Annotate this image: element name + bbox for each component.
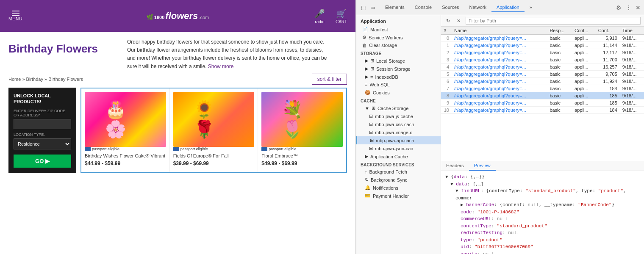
app-cache-icon: ▶ — [365, 154, 368, 159]
more-options-icon[interactable]: ⋮ — [626, 4, 632, 11]
table-row[interactable]: 0 /r/api/aggregator/graphql?query=... ba… — [441, 35, 644, 42]
cell-resp: basic — [547, 85, 572, 92]
cell-num: 5 — [441, 71, 452, 78]
tab-more[interactable]: » — [525, 3, 537, 12]
menu-icon — [12, 11, 19, 16]
clear-button[interactable]: ✕ — [455, 17, 462, 25]
network-toolbar: ↻ ✕ — [441, 15, 644, 27]
cell-time: 9/18/... — [620, 64, 644, 71]
product-card-3: passport eligible Floral Embrace™ $49.99… — [258, 88, 346, 172]
tab-application[interactable]: Application — [491, 3, 525, 12]
sidebar-item-notifications[interactable]: 🔔 Notifications — [356, 184, 441, 192]
sidebar-item-indexed-db[interactable]: ▶ ≡ IndexedDB — [356, 73, 441, 81]
location-label: LOCATION TYPE: — [14, 133, 71, 137]
tab-sources[interactable]: Sources — [437, 3, 464, 12]
sidebar-item-mbp-css[interactable]: ⊞ mbp-pwa-css-cach — [356, 120, 441, 128]
sidebar-item-clear-storage[interactable]: 🗑 Clear storage — [356, 41, 441, 49]
show-more-link[interactable]: Show more — [208, 64, 234, 69]
tab-preview[interactable]: Preview — [469, 161, 496, 171]
table-row[interactable]: 9 /r/api/aggregator/graphql?query=... ba… — [441, 99, 644, 107]
sidebar-item-payment-handler[interactable]: 💳 Payment Handler — [356, 192, 441, 200]
table-row[interactable]: 10 /r/api/aggregator/graphql?query=... b… — [441, 107, 644, 114]
zip-input[interactable] — [14, 119, 71, 129]
cache-group-header: Cache — [356, 97, 441, 104]
tab-elements[interactable]: Elements — [380, 3, 410, 12]
sidebar-item-mbp-image[interactable]: ⊞ mbp-pwa-image-c — [356, 128, 441, 136]
sidebar-item-cookies[interactable]: 🍪 Cookies — [356, 88, 441, 97]
col-num: # — [441, 27, 452, 35]
inspect-icon[interactable]: ⬚ — [360, 4, 366, 11]
sort-filter-button[interactable]: sort & filter — [312, 74, 347, 85]
sidebar-title: Application — [356, 15, 441, 25]
sidebar-item-bg-sync[interactable]: ↻ Background Sync — [356, 176, 441, 184]
tab-console[interactable]: Console — [410, 3, 437, 12]
product-image-1 — [85, 92, 166, 147]
cell-time: 9/18/... — [620, 99, 644, 107]
notifications-icon: 🔔 — [365, 185, 371, 190]
product-cards: passport eligible Birthday Wishes Flower… — [80, 88, 347, 173]
sidebar-item-cache-storage[interactable]: ▼ ⊞ Cache Storage — [356, 104, 441, 112]
tab-headers[interactable]: Headers — [441, 161, 469, 171]
cell-resp: basic — [547, 49, 572, 56]
col-time[interactable]: Time — [620, 27, 644, 35]
menu-button[interactable]: MENU — [8, 11, 22, 21]
cell-time: 9/18/... — [620, 107, 644, 114]
cell-num: 7 — [441, 85, 452, 92]
cell-cont2: 11,924 — [596, 78, 620, 85]
sidebar-item-service-workers[interactable]: ⚙ Service Workers — [356, 33, 441, 41]
go-button[interactable]: GO ▶ — [14, 155, 71, 168]
sidebar-item-session-storage[interactable]: ▶ ⊞ Session Storage — [356, 65, 441, 73]
col-resp[interactable]: Resp... — [547, 27, 572, 35]
cell-time: 9/18/... — [620, 92, 644, 99]
cell-time: 9/18/... — [620, 49, 644, 56]
menu-label: MENU — [8, 17, 22, 21]
product-card-2: passport eligible Fields Of Europe® For … — [170, 88, 258, 172]
table-row[interactable]: 7 /r/api/aggregator/graphql?query=... ba… — [441, 85, 644, 92]
cell-cont1: appli... — [572, 64, 596, 71]
location-select[interactable]: Residence — [14, 138, 71, 149]
cell-cont2: 11,700 — [596, 56, 620, 64]
json-line-1: ▼ {data: {,…}} — [445, 174, 640, 181]
table-row[interactable]: 4 /r/api/aggregator/graphql?query=... ba… — [441, 64, 644, 71]
mbp-api-icon: ⊞ — [370, 138, 374, 143]
cell-num: 10 — [441, 107, 452, 114]
passport-icon-3 — [261, 147, 267, 151]
main-content: Birthday Flowers Order happy birthday fl… — [0, 32, 355, 254]
close-devtools-icon[interactable]: ✕ — [636, 4, 641, 11]
sidebar-item-mbp-json[interactable]: ⊞ mbp-pwa-json-cac — [356, 144, 441, 152]
site-logo[interactable]: 🌿 1800 flowers .com — [147, 11, 209, 22]
sidebar-item-application-cache[interactable]: ▶ Application Cache — [356, 152, 441, 160]
cell-num: 9 — [441, 99, 452, 107]
settings-icon[interactable]: ⚙ — [616, 4, 622, 11]
sidebar-item-mbp-api[interactable]: ⊞ mbp-pwa-api-cach — [356, 136, 441, 144]
cell-name: /r/api/aggregator/graphql?query=... — [452, 71, 547, 78]
col-cont2[interactable]: Cont... — [596, 27, 620, 35]
radio-button[interactable]: 🎤 radio — [314, 8, 325, 24]
clear-storage-icon: 🗑 — [362, 43, 367, 48]
cart-button[interactable]: 🛒 CART — [336, 8, 347, 24]
table-row[interactable]: 3 /r/api/aggregator/graphql?query=... ba… — [441, 56, 644, 64]
devtools-tabs: Elements Console Sources Network Applica… — [380, 3, 537, 12]
sidebar-item-mbp-js[interactable]: ⊞ mbp-pwa-js-cache — [356, 112, 441, 120]
cell-cont1: appli... — [572, 71, 596, 78]
col-cont1[interactable]: Cont... — [572, 27, 596, 35]
filter-input[interactable] — [466, 17, 641, 25]
tab-network[interactable]: Network — [464, 3, 491, 12]
table-row[interactable]: 5 /r/api/aggregator/graphql?query=... ba… — [441, 71, 644, 78]
json-line-5: code: "1001-P-148682" — [445, 209, 640, 216]
device-icon[interactable]: ▭ — [369, 4, 376, 11]
sidebar-item-web-sql[interactable]: ≡ Web SQL — [356, 81, 441, 88]
cell-resp: basic — [547, 35, 572, 42]
table-row[interactable]: 6 /r/api/aggregator/graphql?query=... ba… — [441, 78, 644, 85]
sidebar-item-bg-fetch[interactable]: ↑ Background Fetch — [356, 168, 441, 176]
cell-time: 9/18/... — [620, 35, 644, 42]
table-row[interactable]: 8 /r/api/aggregator/graphql?query=... ba… — [441, 92, 644, 99]
cell-time: 9/18/... — [620, 42, 644, 49]
sidebar-item-manifest[interactable]: 📄 Manifest — [356, 25, 441, 33]
col-name[interactable]: Name — [452, 27, 547, 35]
refresh-button[interactable]: ↻ — [444, 17, 452, 25]
sidebar-item-local-storage[interactable]: ▶ ⊞ Local Storage — [356, 57, 441, 65]
table-row[interactable]: 2 /r/api/aggregator/graphql?query=... ba… — [441, 49, 644, 56]
table-row[interactable]: 1 /r/api/aggregator/graphql?query=... ba… — [441, 42, 644, 49]
product-name-1: Birthday Wishes Flower Cake® Vibrant — [85, 153, 166, 159]
